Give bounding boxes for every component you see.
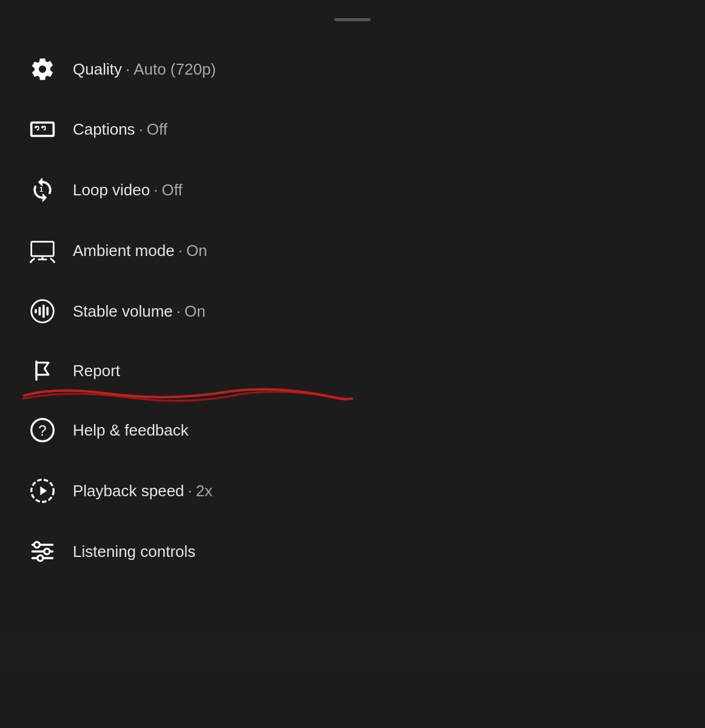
menu-list: Quality · Auto (720p) Captions · Off 1 — [0, 39, 705, 342]
sliders-icon — [24, 538, 61, 565]
loop-video-value: Off — [161, 181, 182, 200]
playback-speed-label: Playback speed — [73, 482, 184, 500]
svg-point-19 — [38, 555, 43, 561]
help-feedback-label: Help & feedback — [73, 421, 189, 440]
svg-rect-8 — [46, 307, 49, 316]
ambient-mode-dot: · — [178, 241, 183, 260]
stable-volume-dot: · — [177, 302, 181, 321]
help-icon: ? — [24, 417, 61, 443]
drag-handle[interactable] — [334, 18, 371, 21]
quality-label: Quality — [73, 60, 122, 79]
loop-video-label: Loop video — [73, 181, 150, 200]
stable-volume-value: On — [184, 302, 206, 321]
menu-item-captions[interactable]: Captions · Off — [24, 99, 705, 160]
menu-item-quality[interactable]: Quality · Auto (720p) — [24, 39, 705, 99]
captions-label: Captions — [73, 120, 135, 139]
svg-point-18 — [44, 548, 50, 554]
svg-rect-7 — [42, 305, 45, 318]
captions-value: Off — [147, 120, 167, 139]
svg-rect-6 — [39, 307, 41, 316]
stable-volume-icon — [24, 298, 61, 325]
svg-marker-13 — [40, 487, 47, 496]
svg-rect-1 — [32, 241, 54, 256]
menu-item-playback-speed[interactable]: Playback speed · 2x — [24, 460, 705, 521]
menu-item-listening-controls[interactable]: Listening controls — [24, 521, 705, 582]
ambient-icon — [24, 237, 61, 264]
quality-value: Auto (720p) — [133, 60, 216, 79]
listening-controls-label: Listening controls — [73, 542, 195, 561]
cc-icon — [24, 116, 61, 143]
settings-panel: Quality · Auto (720p) Captions · Off 1 — [0, 0, 705, 728]
svg-text:1: 1 — [39, 186, 43, 193]
menu-item-ambient-mode[interactable]: Ambient mode · On — [24, 220, 705, 281]
playback-speed-dot: · — [188, 482, 192, 500]
ambient-mode-value: On — [186, 241, 207, 260]
captions-dot: · — [139, 120, 143, 139]
gear-icon — [24, 56, 61, 82]
report-label: Report — [73, 362, 120, 380]
quality-dot: · — [126, 60, 130, 79]
flag-icon — [24, 359, 61, 383]
playback-speed-icon — [24, 477, 61, 504]
ambient-mode-label: Ambient mode — [73, 241, 175, 260]
menu-item-stable-volume[interactable]: Stable volume · On — [24, 281, 705, 342]
menu-item-loop-video[interactable]: 1 Loop video · Off — [24, 160, 705, 220]
playback-speed-value: 2x — [196, 482, 212, 500]
svg-text:?: ? — [38, 422, 46, 439]
menu-item-report[interactable]: Report — [24, 342, 705, 400]
svg-point-17 — [34, 542, 39, 547]
loop-video-dot: · — [153, 181, 158, 200]
menu-item-help-feedback[interactable]: ? Help & feedback — [24, 400, 705, 460]
loop-icon: 1 — [24, 177, 61, 203]
menu-list-lower: Report ? Help & feedback Playback spee — [0, 342, 705, 582]
svg-rect-5 — [35, 309, 37, 313]
stable-volume-label: Stable volume — [73, 302, 173, 321]
